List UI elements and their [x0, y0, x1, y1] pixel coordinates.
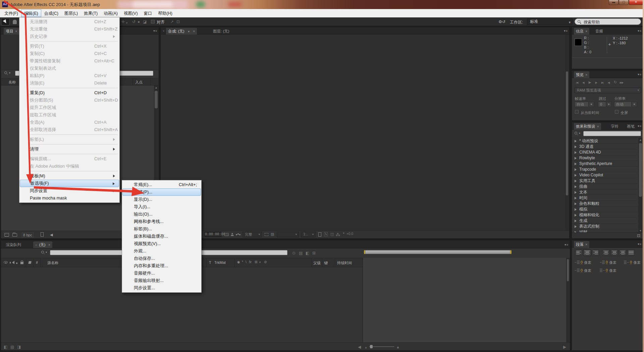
menubar-item[interactable]: 文件(F) [1, 10, 21, 17]
tab-character[interactable]: 字符 [609, 123, 621, 130]
scroll-left-icon[interactable]: ◀ [358, 344, 361, 350]
menubar-item[interactable]: 窗口 [141, 10, 155, 17]
search-icon[interactable] [4, 71, 7, 74]
scroll-up-icon[interactable]: ▲ [154, 86, 158, 89]
align-button[interactable] [575, 249, 583, 256]
minimize-button[interactable]: ▬ [609, 0, 619, 5]
time-navigator-bar[interactable] [364, 250, 512, 254]
close-icon[interactable]: × [585, 29, 587, 33]
indent-field[interactable]: 0 像素 [600, 260, 620, 265]
show-channel-icon[interactable] [236, 233, 240, 236]
expand-triangle-icon[interactable] [575, 180, 578, 182]
audio-icon[interactable] [10, 261, 14, 264]
tab-audio[interactable]: 音频 [593, 28, 605, 35]
scrollbar-thumb[interactable] [567, 259, 569, 281]
timeline-lane-area[interactable] [363, 258, 567, 342]
scrollbar-thumb[interactable] [155, 91, 158, 108]
spacing-value[interactable]: 0 [606, 268, 608, 273]
search-dropdown-icon[interactable]: ▾ [46, 251, 47, 254]
menu-item[interactable]: 拆分图层(S) Ctrl+Shift+D [20, 97, 119, 104]
effects-category-row[interactable]: CINEMA 4D [572, 149, 638, 155]
align-checkbox[interactable] [151, 20, 155, 23]
expand-triangle-icon[interactable] [575, 174, 578, 177]
close-icon[interactable]: × [15, 29, 17, 33]
effects-category-row[interactable]: 模糊和锐化 [572, 212, 638, 218]
expand-triangle-icon[interactable] [575, 163, 578, 165]
effects-category-row[interactable]: 生成 [572, 218, 638, 223]
column-source-name[interactable]: 源名称 [47, 260, 58, 266]
search-icon[interactable] [575, 132, 577, 134]
viewer-dropdown-icon[interactable]: ▼ [187, 30, 190, 33]
effects-search-input[interactable] [583, 131, 641, 136]
indent-field[interactable]: 0 像素 [575, 260, 595, 265]
menu-item[interactable]: 媒体和磁盘缓存... [122, 233, 201, 240]
effects-category-row[interactable]: 时间 [572, 195, 638, 200]
align-button[interactable] [619, 249, 627, 256]
resolution-dropdown[interactable]: 完整▼ [243, 232, 262, 237]
align-button[interactable] [592, 249, 599, 256]
expand-triangle-icon[interactable] [575, 157, 578, 160]
scroll-right-icon[interactable]: ▶ [563, 344, 566, 350]
comp-flowchart-icon[interactable] [336, 233, 340, 236]
effects-category-row[interactable]: 模拟 [572, 206, 638, 212]
spacing-field[interactable]: 0 像素 [600, 268, 620, 273]
effects-scrollbar[interactable]: ▲ ▼ [638, 138, 643, 233]
effects-category-row[interactable]: 实用工具 [572, 178, 638, 183]
ram-preview-options-dropdown[interactable]: RAM 预览选项 ▼ [575, 87, 641, 93]
panel-menu-icon[interactable]: ▾≡ [564, 29, 568, 33]
hand-tool-button[interactable] [10, 18, 19, 25]
orbit-camera-tool-icon[interactable]: ↺ [132, 19, 136, 24]
tab-effects-presets[interactable]: 效果和预设× [574, 123, 601, 130]
skip-value[interactable]: 0 [598, 102, 606, 107]
bit-depth-button[interactable]: 8 bpc [22, 233, 34, 237]
interpret-footage-icon[interactable] [4, 233, 9, 237]
menu-item[interactable]: 全选(A) Ctrl+A [20, 119, 119, 126]
menubar-item[interactable]: 帮助(H) [155, 10, 175, 17]
indent-value[interactable]: 0 [630, 260, 632, 265]
column-name[interactable]: 名称 [8, 80, 16, 85]
column-in-point[interactable]: 入点 [135, 80, 143, 85]
menu-item[interactable]: 提升工作区域 [20, 104, 119, 111]
panel-menu-icon[interactable]: ▾≡ [638, 124, 642, 128]
tab-layer[interactable]: 图层: (无) [211, 28, 231, 35]
expand-triangle-icon[interactable] [575, 208, 578, 211]
resolution-value[interactable]: 自动 [614, 102, 632, 107]
expand-triangle-icon[interactable] [575, 185, 578, 188]
transport-button[interactable] [574, 79, 580, 84]
search-dropdown-icon[interactable]: ▾ [579, 132, 580, 135]
from-current-time-checkbox[interactable] [575, 110, 579, 114]
frame-blending-icon[interactable]: ⊞ [312, 250, 316, 256]
composition-mini-flowchart-icon[interactable]: ⊙ [292, 250, 296, 256]
effects-category-row[interactable]: 文本 [572, 189, 638, 195]
menu-item[interactable]: 常规(E)... Ctrl+Alt+; [122, 181, 201, 188]
reset-exposure-icon[interactable]: * [343, 231, 344, 236]
expand-layer-switches-icon[interactable]: ◧ [4, 344, 7, 350]
menu-item[interactable]: 标签(B)... [122, 225, 201, 233]
align-button[interactable] [627, 249, 635, 256]
menu-item[interactable]: 视频预览(V)... [122, 240, 201, 247]
expand-triangle-icon[interactable] [575, 168, 578, 171]
indent-field[interactable]: 0 像素 [624, 260, 644, 265]
search-dropdown-icon[interactable]: ▾ [9, 71, 10, 74]
region-of-interest-icon[interactable]: ⊡ [176, 19, 180, 24]
expand-triangle-icon[interactable] [575, 140, 578, 142]
panel-menu-icon[interactable]: ▾≡ [638, 29, 642, 33]
menu-item[interactable]: 同步设置... [122, 284, 201, 292]
transport-button[interactable] [606, 79, 612, 84]
menu-item[interactable]: 编辑原稿... Ctrl+E [20, 155, 119, 163]
menu-item[interactable]: 音频输出映射... [122, 277, 201, 284]
tab-composition[interactable]: 合成: (无) ▼ × [166, 28, 197, 35]
pin-dropdown-icon[interactable]: ▾ [126, 20, 127, 26]
expand-triangle-icon[interactable] [575, 191, 578, 194]
menu-item[interactable]: 导入(I)... [122, 203, 201, 211]
indent-value[interactable]: 0 [606, 260, 608, 265]
panel-menu-icon[interactable]: ▾≡ [638, 73, 642, 76]
effects-category-row[interactable]: Rowbyte [572, 155, 638, 161]
new-animation-preset-icon[interactable]: ⊡ [637, 233, 640, 238]
menu-item[interactable]: 清除(E) Delete [20, 79, 119, 87]
dolly-camera-tool-icon[interactable]: ◪ [143, 19, 147, 24]
menu-item[interactable]: 外观... [122, 247, 201, 255]
timeline-vscrollbar[interactable] [566, 258, 570, 342]
hide-shy-layers-icon[interactable]: ◧ [306, 250, 309, 256]
menu-item[interactable]: 复制(C) Ctrl+C [20, 50, 119, 57]
